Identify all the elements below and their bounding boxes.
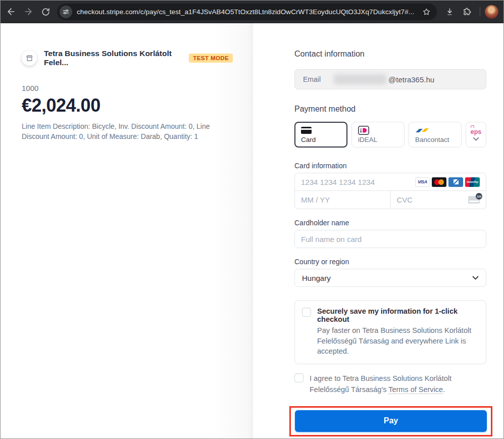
email-domain: @tetra365.hu (388, 75, 434, 84)
pay-highlight-annotation: Pay (289, 406, 492, 436)
test-mode-badge: TEST MODE (189, 54, 233, 63)
card-number-input[interactable] (301, 178, 411, 186)
card-cvc-input[interactable] (397, 196, 465, 204)
contact-heading: Contact information (294, 50, 486, 59)
url-bar[interactable]: checkout.stripe.com/c/pay/cs_test_a1F4JS… (57, 4, 437, 20)
country-label: Country or region (294, 258, 486, 266)
forward-button[interactable] (20, 3, 37, 20)
bancontact-icon (415, 127, 430, 134)
pay-button[interactable]: Pay (295, 410, 487, 432)
tab-card[interactable]: Card (294, 122, 347, 148)
forward-arrow-icon (23, 7, 33, 17)
download-icon (445, 7, 455, 17)
cardholder-name-label: Cardholder name (294, 219, 486, 227)
payment-method-tabs: Card iDEAL (294, 122, 486, 148)
card-information-label: Card information (294, 162, 486, 170)
payment-method-heading: Payment method (294, 105, 486, 114)
amex-icon (448, 177, 463, 187)
terms-of-service-link[interactable]: Terms of Service (388, 385, 443, 394)
extensions-button[interactable] (458, 3, 475, 20)
ideal-icon (358, 126, 369, 135)
storefront-icon (22, 51, 37, 66)
checkout-page: Tetra Business Solutions Korlátolt Felel… (1, 23, 503, 439)
url-text: checkout.stripe.com/c/pay/cs_test_a1F4JS… (77, 8, 417, 16)
browser-chrome: checkout.stripe.com/c/pay/cs_test_a1F4JS… (1, 1, 503, 23)
back-arrow-icon (6, 7, 16, 17)
chevron-down-icon (472, 276, 479, 280)
order-description: Line Item Description: Bicycle, Inv. Dis… (22, 122, 225, 141)
tab-ideal[interactable]: iDEAL (351, 122, 405, 148)
downloads-button[interactable] (441, 3, 458, 20)
save-info-subtitle: Pay faster on Tetra Business Solutions K… (317, 325, 479, 357)
unionpay-icon: UnionPay (465, 177, 480, 187)
save-info-box: Securely save my information for 1-click… (294, 300, 486, 364)
site-info-icon[interactable] (60, 6, 72, 18)
chevron-down-icon (473, 137, 479, 141)
toolbar-divider (480, 7, 480, 16)
terms-checkbox[interactable] (294, 373, 304, 382)
order-summary-panel: Tetra Business Solutions Korlátolt Felel… (1, 23, 253, 439)
bookmark-star-icon[interactable] (422, 8, 431, 16)
terms-text: I agree to Tetra Business Solutions Korl… (310, 373, 477, 396)
eps-icon: eps (471, 127, 482, 135)
card-number-row: VISA UnionPay (294, 173, 486, 191)
cardholder-name-input[interactable] (301, 235, 480, 243)
email-redacted (334, 74, 386, 84)
tab-more-methods[interactable]: eps (466, 122, 486, 148)
cvc-card-icon: 123 (468, 196, 480, 204)
browser-window: checkout.stripe.com/c/pay/cs_test_a1F4JS… (0, 0, 504, 439)
email-field[interactable]: Email @tetra365.hu (294, 69, 486, 89)
order-reference: 1000 (22, 84, 233, 92)
reload-icon (41, 7, 51, 17)
merchant-name: Tetra Business Solutions Korlátolt Felel… (44, 49, 183, 67)
reload-button[interactable] (37, 3, 54, 20)
back-button[interactable] (3, 3, 20, 20)
extensions-puzzle-icon (462, 7, 472, 17)
tab-bancontact[interactable]: Bancontact (409, 122, 462, 148)
country-select[interactable]: Hungary (294, 269, 486, 287)
terms-agreement-row: I agree to Tetra Business Solutions Korl… (294, 373, 486, 396)
payment-form-panel: Contact information Email @tetra365.hu P… (253, 23, 503, 439)
card-expiry-cvc-row: 123 (294, 191, 486, 209)
merchant-header: Tetra Business Solutions Korlátolt Felel… (22, 49, 233, 67)
email-label: Email (303, 75, 321, 83)
card-icon (301, 127, 312, 134)
profile-avatar[interactable] (485, 5, 498, 19)
save-info-title: Securely save my information for 1-click… (317, 307, 479, 323)
mastercard-icon (432, 177, 446, 187)
save-info-checkbox[interactable] (302, 308, 311, 317)
cardholder-name-row (294, 230, 486, 248)
country-value: Hungary (302, 274, 331, 282)
visa-icon: VISA (415, 177, 430, 187)
card-expiry-input[interactable] (301, 196, 384, 204)
site-controls-icon (63, 9, 69, 15)
card-brand-icons: VISA UnionPay (415, 177, 480, 187)
order-amount: €2,024.00 (22, 95, 233, 116)
